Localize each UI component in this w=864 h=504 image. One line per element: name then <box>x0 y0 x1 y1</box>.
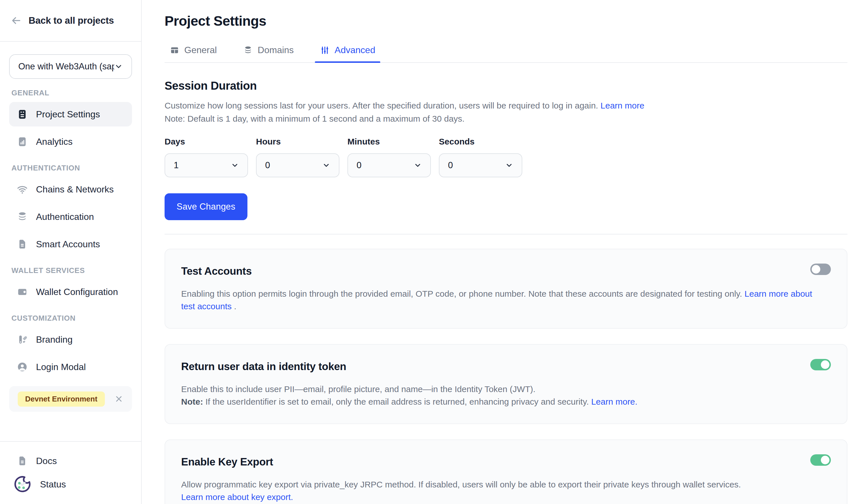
session-duration-note: Note: Default is 1 day, with a minimum o… <box>165 112 848 125</box>
sidebar-item-label: Analytics <box>36 136 73 147</box>
nav-wallet-services: Wallet Configuration <box>9 280 132 304</box>
tab-bar: General Domains Advanced <box>165 45 848 63</box>
section-label-wallet-services: WALLET SERVICES <box>11 266 130 275</box>
key-export-learn-more-link[interactable]: Learn more about key export. <box>181 492 293 502</box>
identity-token-card: Return user data in identity token Enabl… <box>165 344 848 424</box>
save-changes-button[interactable]: Save Changes <box>165 193 248 220</box>
sidebar-item-chains-networks[interactable]: Chains & Networks <box>9 177 132 201</box>
sidebar-body: One with Web3Auth (sap GENERAL Project S… <box>0 42 141 441</box>
chevron-down-icon <box>114 62 123 71</box>
wifi-icon <box>16 184 28 195</box>
tab-general[interactable]: General <box>165 45 222 62</box>
test-accounts-description: Enabling this option permits login throu… <box>181 287 824 313</box>
test-accounts-suffix: . <box>234 302 236 311</box>
swatch-brush-icon <box>16 334 28 345</box>
page-title: Project Settings <box>165 13 848 29</box>
close-icon[interactable] <box>114 394 123 404</box>
seconds-label: Seconds <box>439 137 522 147</box>
environment-badge: Devnet Environment <box>18 392 105 407</box>
sidebar-item-authentication[interactable]: Authentication <box>9 205 132 229</box>
sidebar-item-analytics[interactable]: Analytics <box>9 130 132 154</box>
sidebar-item-wallet-configuration[interactable]: Wallet Configuration <box>9 280 132 304</box>
test-accounts-toggle[interactable] <box>810 263 831 275</box>
key-export-toggle[interactable] <box>810 454 831 466</box>
database-icon <box>243 46 253 55</box>
project-selector-value: One with Web3Auth (sap <box>18 61 114 72</box>
days-label: Days <box>165 137 248 147</box>
chevron-down-icon <box>231 161 239 169</box>
user-circle-icon <box>16 361 28 373</box>
sidebar-item-label: Login Modal <box>36 362 86 372</box>
seconds-field: Seconds 0 <box>439 137 522 177</box>
section-label-general: GENERAL <box>11 88 130 97</box>
sidebar-footer: Docs Status <box>0 441 141 504</box>
minutes-label: Minutes <box>347 137 431 147</box>
key-export-card: Enable Key Export Allow programmatic key… <box>165 440 848 504</box>
identity-token-toggle[interactable] <box>810 359 831 370</box>
back-to-projects-button[interactable]: Back to all projects <box>0 0 141 42</box>
docs-link[interactable]: Docs <box>9 449 132 472</box>
status-link[interactable]: Status <box>9 472 132 496</box>
days-value: 1 <box>174 160 179 171</box>
document-icon <box>16 238 28 250</box>
tab-domains[interactable]: Domains <box>238 45 299 62</box>
sidebar-item-project-settings[interactable]: Project Settings <box>9 102 132 126</box>
minutes-value: 0 <box>357 160 361 171</box>
nav-general: Project Settings Analytics <box>9 102 132 154</box>
identity-token-description: Enable this to include user PII—email, p… <box>181 383 824 408</box>
identity-token-learn-more-link[interactable]: Learn more. <box>591 397 637 406</box>
identity-token-note-text: If the userIdentifier is set to email, o… <box>205 397 589 406</box>
test-accounts-card: Test Accounts Enabling this option permi… <box>165 249 848 329</box>
sidebar-item-login-modal[interactable]: Login Modal <box>9 355 132 379</box>
document-icon <box>16 455 28 467</box>
hours-label: Hours <box>256 137 339 147</box>
sidebar-item-label: Wallet Configuration <box>36 287 118 297</box>
test-accounts-title: Test Accounts <box>181 265 831 277</box>
project-selector-dropdown[interactable]: One with Web3Auth (sap <box>9 54 132 79</box>
table-icon <box>170 46 179 55</box>
chevron-down-icon <box>322 161 330 169</box>
minutes-select[interactable]: 0 <box>347 153 431 177</box>
main-content: Project Settings General Domains Advance… <box>142 0 864 504</box>
key-export-description: Allow programmatic key export via privat… <box>181 478 824 503</box>
nav-customization: Branding Login Modal <box>9 327 132 379</box>
seconds-select[interactable]: 0 <box>439 153 522 177</box>
sidebar-item-smart-accounts[interactable]: Smart Accounts <box>9 232 132 256</box>
sidebar-item-label: Smart Accounts <box>36 239 100 249</box>
days-select[interactable]: 1 <box>165 153 248 177</box>
sidebar-item-label: Project Settings <box>36 109 100 120</box>
bar-chart-icon <box>16 136 28 147</box>
nav-authentication: Chains & Networks Authentication Smart A… <box>9 177 132 256</box>
sidebar-item-label: Branding <box>36 334 73 345</box>
settings-cards: Test Accounts Enabling this option permi… <box>165 249 848 504</box>
wallet-icon <box>16 286 28 297</box>
seconds-value: 0 <box>448 160 453 171</box>
session-duration-description: Customize how long sessions last for you… <box>165 99 848 112</box>
key-export-title: Enable Key Export <box>181 456 831 468</box>
hours-field: Hours 0 <box>256 137 339 177</box>
session-learn-more-link[interactable]: Learn more <box>601 101 644 110</box>
minutes-field: Minutes 0 <box>347 137 431 177</box>
section-divider <box>165 234 848 234</box>
hours-select[interactable]: 0 <box>256 153 339 177</box>
arrow-left-icon <box>11 15 22 26</box>
session-duration-heading: Session Duration <box>165 79 848 92</box>
back-to-projects-label: Back to all projects <box>28 15 114 26</box>
session-description-text: Customize how long sessions last for you… <box>165 101 598 110</box>
identity-token-note-label: Note: <box>181 397 203 406</box>
sidebar-item-branding[interactable]: Branding <box>9 327 132 352</box>
section-label-customization: CUSTOMIZATION <box>11 314 130 323</box>
tab-advanced[interactable]: Advanced <box>315 45 380 62</box>
identity-token-title: Return user data in identity token <box>181 361 831 373</box>
test-accounts-body-text: Enabling this option permits login throu… <box>181 289 742 298</box>
sidebar-item-label: Authentication <box>36 212 94 222</box>
status-label: Status <box>40 479 66 490</box>
key-export-line1: Allow programmatic key export via privat… <box>181 480 741 489</box>
sidebar-item-label: Chains & Networks <box>36 184 114 195</box>
clipboard-icon <box>16 109 28 120</box>
chevron-down-icon <box>414 161 422 169</box>
tab-label: Advanced <box>335 45 375 56</box>
environment-panel: Devnet Environment <box>9 386 132 412</box>
section-label-authentication: AUTHENTICATION <box>11 164 130 172</box>
database-icon <box>16 211 28 222</box>
